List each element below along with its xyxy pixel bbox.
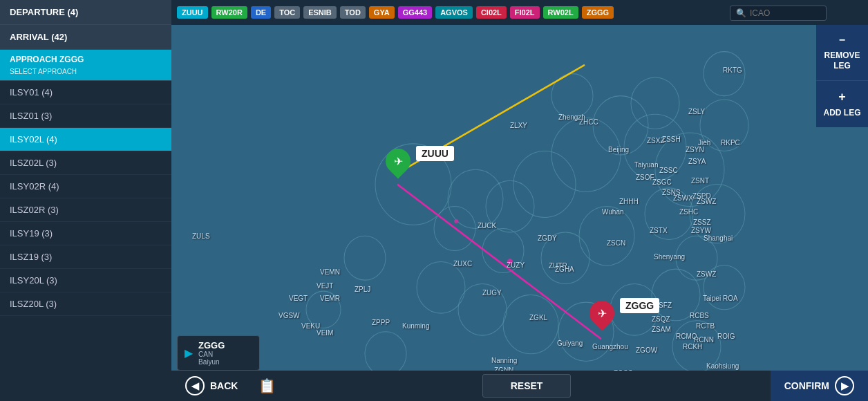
map-label: ZSYW: [691, 227, 711, 234]
svg-point-10: [645, 188, 693, 240]
map-label: Shenyang: [654, 253, 685, 261]
svg-point-3: [486, 180, 534, 232]
route-tag-gg443[interactable]: GG443: [398, 6, 432, 19]
back-circle-icon: ◀: [185, 376, 205, 395]
svg-point-7: [624, 114, 686, 180]
sidebar-item-ilsz01[interactable]: ILSZ01 (3): [0, 104, 171, 128]
svg-point-29: [365, 332, 406, 376]
map-label: ZGDY: [538, 234, 557, 242]
svg-point-30: [672, 321, 721, 373]
route-tag-rw20r[interactable]: RW20R: [211, 6, 247, 19]
remove-leg-button[interactable]: − REMOVE LEG: [816, 25, 868, 81]
airport-zuuu-marker[interactable]: ✈ ZUUU: [386, 149, 411, 174]
map-label: RKTG: [723, 66, 742, 74]
map-label: ZUCK: [478, 222, 496, 230]
route-tag-de[interactable]: DE: [251, 6, 271, 19]
route-tag-fi02l[interactable]: FI02L: [510, 6, 540, 19]
map-label: Jieh: [698, 139, 710, 147]
confirm-circle-icon: ▶: [835, 376, 854, 395]
add-leg-label: ADD LEG: [824, 108, 861, 118]
route-tag-zggg[interactable]: ZGGG: [582, 6, 614, 19]
svg-point-21: [676, 236, 717, 280]
sidebar-list: ILSY01 (4)ILSZ01 (3)ILSY02L (4)ILSZ02L (…: [0, 81, 171, 401]
sidebar-item-ilsy19[interactable]: ILSY19 (3): [0, 222, 171, 245]
map-label: ZSSC: [659, 167, 678, 174]
main-container: DEPARTURE (4) ARRIVAL (42) APPROACH ZGGG…: [0, 0, 868, 401]
map-label: Guiyang: [557, 339, 583, 347]
map-label: ZSLY: [688, 108, 705, 115]
map-area[interactable]: ZUUURW20RDETOCESNIBTODGYAGG443AGVOSCI02L…: [171, 0, 868, 401]
sidebar-item-ilsz02r[interactable]: ILSZ02R (3): [0, 198, 171, 222]
route-tag-gya[interactable]: GYA: [369, 6, 395, 19]
map-label: RCNN: [694, 336, 714, 344]
map-label: Guangzhou: [592, 343, 628, 351]
map-label: ZSYA: [688, 158, 706, 165]
search-icon: 🔍: [736, 8, 746, 18]
svg-rect-0: [171, 0, 868, 401]
sidebar-item-ilsy02l[interactable]: ILSY02L (4): [0, 128, 171, 151]
map-label: ZSWZ: [697, 270, 716, 278]
airport-zggg-marker[interactable]: ✈ ZGGG: [589, 301, 614, 326]
map-label: Nanning: [491, 357, 517, 364]
svg-point-22: [704, 265, 745, 310]
svg-point-20: [652, 269, 700, 321]
map-label: Wuhan: [602, 208, 624, 216]
zggg-card-sub1: CAN: [198, 351, 225, 358]
map-label: ZSXZ: [647, 137, 665, 144]
bottom-center: RESET: [283, 374, 770, 398]
map-label: ZSAM: [652, 326, 671, 333]
svg-point-15: [417, 261, 465, 313]
sidebar-approach-header[interactable]: APPROACH ZGGG SELECT APPROACH: [0, 50, 171, 81]
sidebar-departure-header[interactable]: DEPARTURE (4): [0, 0, 171, 25]
right-panel: − REMOVE LEG + ADD LEG: [816, 25, 868, 127]
map-label: ZSPD: [692, 192, 711, 200]
map-label: ZPLJ: [355, 286, 370, 293]
sidebar: DEPARTURE (4) ARRIVAL (42) APPROACH ZGGG…: [0, 0, 171, 401]
route-tag-agvos[interactable]: AGVOS: [435, 6, 473, 19]
map-label: ZPPP: [372, 319, 390, 326]
search-bar[interactable]: 🔍: [730, 6, 827, 21]
zggg-card-info: ZGGG CAN Baiyun: [198, 340, 225, 366]
sidebar-item-ilsz02l[interactable]: ILSZ02L (3): [0, 151, 171, 175]
map-label: Taipei: [703, 295, 721, 302]
zggg-info-card[interactable]: ▶ ZGGG CAN Baiyun: [177, 335, 260, 371]
svg-point-2: [448, 169, 503, 228]
route-tag-esnib[interactable]: ESNIB: [303, 6, 337, 19]
help-button[interactable]: 📋: [252, 371, 283, 401]
route-tag-tod[interactable]: TOD: [340, 6, 366, 19]
search-input[interactable]: [750, 8, 820, 18]
map-label: ZUGY: [482, 289, 502, 297]
map-label: ZUTR: [549, 262, 567, 270]
confirm-button[interactable]: CONFIRM ▶: [771, 371, 868, 401]
svg-point-13: [482, 229, 524, 273]
sidebar-item-ilsy02r[interactable]: ILSY02R (4): [0, 175, 171, 198]
map-label: ZSWX: [673, 194, 693, 202]
route-tag-ci02l[interactable]: CI02L: [476, 6, 507, 19]
map-label: ZUZY: [507, 261, 525, 269]
reset-button[interactable]: RESET: [482, 374, 572, 398]
map-label: ZSQZ: [652, 315, 670, 323]
map-label: ZHCC: [579, 118, 598, 126]
map-label: Kaohsiung: [706, 362, 739, 370]
svg-point-27: [344, 236, 386, 280]
map-label: ZSOF: [636, 174, 654, 181]
svg-point-24: [704, 52, 745, 96]
svg-point-4: [513, 151, 576, 218]
map-label: ZSYN: [686, 146, 704, 153]
approach-title: APPROACH ZGGG: [10, 55, 84, 64]
sidebar-item-ilsz19[interactable]: ILSZ19 (3): [0, 245, 171, 269]
route-tag-zuuu[interactable]: ZUUU: [177, 6, 208, 19]
map-label: ROA: [723, 295, 738, 302]
map-label: ZSHC: [679, 208, 698, 216]
map-label: RCKH: [683, 343, 702, 351]
sidebar-item-ilsy20l[interactable]: ILSY20L (3): [0, 269, 171, 292]
add-leg-button[interactable]: + ADD LEG: [816, 81, 868, 127]
sidebar-arrival-header[interactable]: ARRIVAL (42): [0, 25, 171, 50]
sidebar-item-ilsy01[interactable]: ILSY01 (4): [0, 81, 171, 104]
route-tag-toc[interactable]: TOC: [274, 6, 300, 19]
map-label: ZSWZ: [697, 198, 716, 205]
route-tag-rw02l[interactable]: RW02L: [543, 6, 578, 19]
svg-point-9: [690, 185, 745, 243]
back-button[interactable]: ◀ BACK: [171, 371, 252, 401]
sidebar-item-ilsz20l[interactable]: ILSZ20L (3): [0, 292, 171, 316]
